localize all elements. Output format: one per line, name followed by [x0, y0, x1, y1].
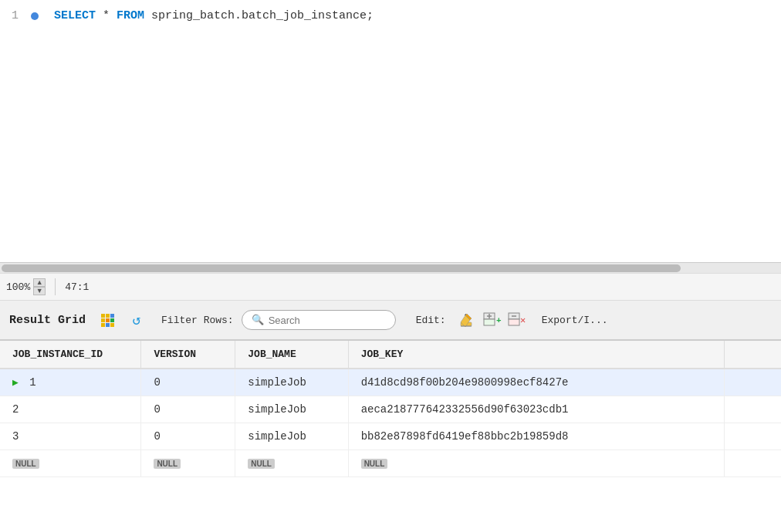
- col-header-job-name[interactable]: JOB_NAME: [235, 341, 348, 369]
- grid-cell-8: [106, 323, 110, 327]
- code-editor[interactable]: 1 SELECT * FROM spring_batch.batch_job_i…: [0, 0, 781, 262]
- zoom-down-button[interactable]: ▼: [33, 287, 46, 295]
- col-header-version[interactable]: VERSION: [141, 341, 235, 369]
- grid-cell-3: [110, 314, 114, 318]
- keyword-from: FROM: [117, 9, 144, 22]
- pencil-icon: [459, 311, 476, 328]
- table-row-null: NULL NULL NULL NULL: [0, 450, 781, 477]
- search-input[interactable]: [269, 315, 377, 326]
- svg-rect-11: [509, 319, 519, 325]
- svg-text:+: +: [496, 316, 502, 325]
- result-toolbar: Result Grid ↺ Filter Rows: 🔍 Edit:: [0, 301, 781, 341]
- data-grid: JOB_INSTANCE_ID VERSION JOB_NAME JOB_KEY…: [0, 341, 781, 532]
- grid-cell-6: [110, 318, 114, 322]
- horizontal-scrollbar[interactable]: [0, 262, 781, 273]
- zoom-level: 100%: [6, 281, 30, 293]
- null-badge-id: NULL: [12, 459, 39, 469]
- table-row[interactable]: 2 0 simpleJob aeca218777642332556d90f630…: [0, 396, 781, 423]
- grid-cell-2: [106, 314, 110, 318]
- filter-rows-label: Filter Rows:: [161, 315, 234, 326]
- table-reference: spring_batch.batch_job_instance;: [151, 9, 374, 22]
- search-icon: 🔍: [252, 314, 264, 326]
- cursor-position: 47:1: [56, 281, 89, 293]
- keyword-select: SELECT: [54, 9, 96, 22]
- cell-job-instance-id-2: 2: [0, 396, 141, 423]
- cell-job-name-1: simpleJob: [235, 369, 348, 396]
- cell-version-2: 0: [141, 396, 235, 423]
- zoom-spinner[interactable]: ▲ ▼: [33, 278, 46, 295]
- table-row[interactable]: 3 0 simpleJob bb82e87898fd6419ef88bbc2b1…: [0, 423, 781, 450]
- delete-row-icon: ✕: [508, 312, 526, 328]
- null-badge-job-name: NULL: [248, 459, 275, 469]
- cell-extra-1: [725, 369, 781, 396]
- grid-cell-7: [101, 323, 105, 327]
- cell-null-job-key: NULL: [348, 450, 725, 477]
- edit-label: Edit:: [416, 315, 446, 326]
- edit-icon-group: + ✕: [457, 309, 528, 331]
- grid-cell-5: [106, 318, 110, 322]
- grid-cell-9: [110, 323, 114, 327]
- col-header-job-key[interactable]: JOB_KEY: [348, 341, 725, 369]
- cell-job-instance-id-1: ▶ 1: [0, 369, 141, 396]
- code-line-1: 1 SELECT * FROM spring_batch.batch_job_i…: [0, 0, 781, 33]
- cell-extra-3: [725, 423, 781, 450]
- export-label[interactable]: Export/I...: [542, 315, 608, 326]
- edit-pencil-button[interactable]: [457, 309, 478, 331]
- table-row[interactable]: ▶ 1 0 simpleJob d41d8cd98f00b204e9800998…: [0, 369, 781, 396]
- svg-rect-6: [484, 319, 495, 325]
- line-dot-1: [31, 12, 39, 20]
- svg-text:✕: ✕: [520, 315, 526, 326]
- scrollbar-thumb[interactable]: [2, 264, 681, 272]
- col-header-extra: [725, 341, 781, 369]
- cell-null-id: NULL: [0, 450, 141, 477]
- cell-job-key-1: d41d8cd98f00b204e9800998ecf8427e: [348, 369, 725, 396]
- grid-icon: [101, 314, 114, 327]
- null-badge-version: NULL: [154, 459, 181, 469]
- cell-version-3: 0: [141, 423, 235, 450]
- table-header-row: JOB_INSTANCE_ID VERSION JOB_NAME JOB_KEY: [0, 341, 781, 369]
- result-table: JOB_INSTANCE_ID VERSION JOB_NAME JOB_KEY…: [0, 341, 781, 477]
- status-bar: 100% ▲ ▼ 47:1: [0, 273, 781, 301]
- operator-star: *: [103, 9, 117, 22]
- col-header-job-instance-id[interactable]: JOB_INSTANCE_ID: [0, 341, 141, 369]
- cell-version-1: 0: [141, 369, 235, 396]
- cell-job-key-3: bb82e87898fd6419ef88bbc2b19859d8: [348, 423, 725, 450]
- table-body: ▶ 1 0 simpleJob d41d8cd98f00b204e9800998…: [0, 369, 781, 477]
- cell-job-key-2: aeca218777642332556d90f63023cdb1: [348, 396, 725, 423]
- search-box[interactable]: 🔍: [242, 310, 396, 330]
- grid-cell-4: [101, 318, 105, 322]
- grid-view-icon-button[interactable]: [96, 309, 118, 331]
- refresh-icon: ↺: [133, 311, 141, 328]
- zoom-up-button[interactable]: ▲: [33, 278, 46, 287]
- cell-null-extra: [725, 450, 781, 477]
- cell-extra-2: [725, 396, 781, 423]
- cell-job-name-2: simpleJob: [235, 396, 348, 423]
- add-row-button[interactable]: +: [482, 309, 503, 331]
- cell-job-name-3: simpleJob: [235, 423, 348, 450]
- result-grid-label: Result Grid: [9, 314, 86, 327]
- add-row-icon: +: [483, 312, 502, 328]
- delete-row-button[interactable]: ✕: [506, 309, 528, 331]
- code-content-1: SELECT * FROM spring_batch.batch_job_ins…: [54, 8, 374, 25]
- refresh-icon-button[interactable]: ↺: [126, 309, 147, 331]
- line-number-1: 1: [0, 8, 31, 25]
- cell-null-version: NULL: [141, 450, 235, 477]
- row-arrow-icon: ▶: [12, 377, 19, 389]
- cell-null-job-name: NULL: [235, 450, 348, 477]
- cell-job-instance-id-3: 3: [0, 423, 141, 450]
- grid-cell-1: [101, 314, 105, 318]
- null-badge-job-key: NULL: [361, 459, 388, 469]
- zoom-control[interactable]: 100% ▲ ▼: [6, 278, 56, 295]
